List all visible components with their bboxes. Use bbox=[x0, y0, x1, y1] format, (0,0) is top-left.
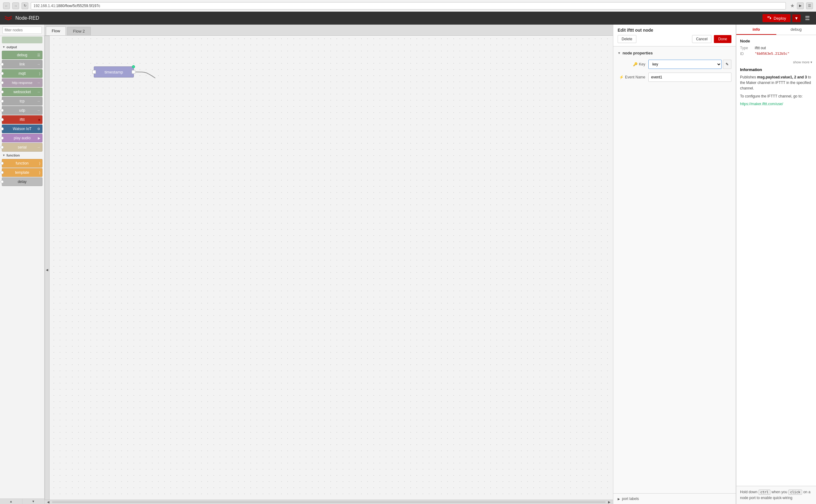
port-left-ifttt bbox=[1, 118, 4, 121]
sidebar-category-output[interactable]: ▼ output bbox=[0, 44, 44, 50]
svg-rect-0 bbox=[767, 16, 770, 17]
sidebar-node-udp[interactable]: udp → bbox=[2, 106, 42, 115]
canvas-port-left-timestamp[interactable] bbox=[92, 70, 96, 74]
info-ifttt-link[interactable]: https://maker.ifttt.com/use/ bbox=[740, 102, 783, 106]
node-label-mqtt: mqtt bbox=[18, 71, 26, 76]
audio-icon: ▶ bbox=[38, 136, 40, 140]
nodered-logo-icon bbox=[4, 15, 13, 21]
port-left-udp bbox=[1, 109, 4, 112]
section-arrow-properties: ▼ bbox=[618, 51, 621, 55]
canvas-node-timestamp-label: timestamp bbox=[105, 70, 123, 74]
sidebar-category-function[interactable]: ▼ function bbox=[0, 152, 44, 158]
sidebar-node-play-audio[interactable]: play audio ▶ bbox=[2, 134, 42, 142]
key-label-icon: 🔑 bbox=[633, 62, 638, 66]
ctrl-kbd: ctrl bbox=[758, 490, 770, 495]
app-header: Node-RED Deploy ▼ ☰ bbox=[0, 12, 816, 25]
node-label-link: link bbox=[19, 62, 25, 66]
main-menu-button[interactable]: ☰ bbox=[802, 14, 812, 23]
sidebar-scroll-down[interactable]: ▼ bbox=[22, 499, 45, 504]
link-icon: → bbox=[37, 62, 40, 66]
cancel-button[interactable]: Cancel bbox=[692, 35, 711, 43]
sidebar-node-mqtt[interactable]: mqtt ) bbox=[2, 69, 42, 78]
udp-icon: → bbox=[37, 109, 40, 112]
tab-info[interactable]: info bbox=[736, 25, 776, 35]
node-label-play-audio: play audio bbox=[14, 136, 31, 140]
canvas-node-timestamp[interactable]: timestamp bbox=[94, 66, 134, 77]
show-more-button[interactable]: show more ▾ bbox=[740, 60, 812, 64]
serial-icon: → bbox=[37, 145, 40, 149]
back-button[interactable]: ← bbox=[3, 2, 10, 9]
key-edit-button[interactable]: ✎ bbox=[723, 60, 731, 69]
info-node-title: Node bbox=[740, 39, 812, 43]
deploy-icon bbox=[767, 16, 772, 21]
sidebar-node-watson-iot[interactable]: Watson IoT ⚙ bbox=[2, 125, 42, 133]
node-label-serial: serial bbox=[18, 145, 27, 149]
port-labels-label: port labels bbox=[622, 497, 639, 501]
port-left-function bbox=[1, 162, 4, 165]
sidebar-scroll-arrows: ▲ ▼ bbox=[0, 498, 44, 504]
canvas-port-right-timestamp[interactable] bbox=[132, 70, 135, 74]
sidebar-node-tcp[interactable]: tcp → bbox=[2, 97, 42, 105]
address-bar[interactable]: 192.168.1.41 :1880 /flow/5cf55259.5f197c bbox=[31, 2, 786, 10]
port-left-template bbox=[1, 171, 4, 174]
lightning-icon: ⚡ bbox=[619, 75, 624, 79]
info-panel: info debug Node Type ifttt out ID "6b056… bbox=[736, 25, 816, 504]
forward-button[interactable]: → bbox=[12, 2, 19, 9]
debug-icon: ☰ bbox=[37, 53, 40, 57]
info-description: Publishes msg.payload.value1, 2 and 3 to… bbox=[740, 74, 812, 91]
bookmark-icon[interactable]: ★ bbox=[790, 3, 794, 9]
delete-button[interactable]: Delete bbox=[618, 35, 636, 43]
sidebar-node-serial[interactable]: serial → bbox=[2, 143, 42, 152]
deploy-button[interactable]: Deploy bbox=[762, 14, 790, 22]
event-name-label: ⚡ Event Name bbox=[618, 75, 645, 79]
flow-canvas[interactable]: timestamp ◀ ◀ ▶ bbox=[45, 36, 613, 504]
info-footer: Hold down ctrl when you click on a node … bbox=[736, 486, 816, 504]
node-label-template: template bbox=[15, 170, 29, 175]
canvas-scroll-bottom[interactable]: ◀ ▶ bbox=[45, 500, 613, 504]
port-left-delay bbox=[1, 180, 4, 183]
node-label-ifttt: ifttt bbox=[20, 117, 25, 122]
footer-hold-text: Hold down bbox=[740, 490, 758, 494]
sidebar-scroll: ▼ output debug ☰ link → mqtt ) http resp… bbox=[0, 36, 44, 498]
node-label-debug: debug bbox=[17, 53, 27, 57]
ifttt-icon: ■ bbox=[38, 118, 40, 121]
event-name-input[interactable] bbox=[648, 73, 731, 82]
sidebar-node-ifttt[interactable]: ifttt ■ bbox=[2, 115, 42, 124]
sidebar-node-delay[interactable]: delay bbox=[2, 177, 42, 186]
port-left-ws bbox=[1, 90, 4, 93]
port-labels-row[interactable]: ▶ port labels bbox=[618, 497, 731, 501]
sidebar-node-partial[interactable] bbox=[2, 37, 42, 43]
sidebar-node-websocket[interactable]: websocket → bbox=[2, 88, 42, 96]
tab-flow-1[interactable]: Flow bbox=[46, 26, 66, 35]
canvas-scroll-left[interactable]: ◀ bbox=[45, 36, 50, 504]
sidebar: ▼ output debug ☰ link → mqtt ) http resp… bbox=[0, 25, 45, 504]
done-button[interactable]: Done bbox=[714, 35, 731, 43]
main-layout: ▼ output debug ☰ link → mqtt ) http resp… bbox=[0, 25, 816, 504]
sidebar-node-template[interactable]: template } bbox=[2, 168, 42, 177]
search-input[interactable] bbox=[2, 26, 42, 34]
info-type-value: ifttt out bbox=[755, 46, 766, 50]
menu-button[interactable]: ☰ bbox=[806, 2, 813, 9]
key-label: 🔑 Key bbox=[618, 62, 645, 66]
sidebar-node-function[interactable]: function } bbox=[2, 159, 42, 168]
deploy-dropdown-button[interactable]: ▼ bbox=[792, 14, 801, 22]
tab-flow-2[interactable]: Flow 2 bbox=[67, 27, 90, 35]
flow-tabs: Flow Flow 2 bbox=[45, 25, 613, 36]
url-protocol: 192.168.1.41 bbox=[34, 4, 55, 8]
info-body: Node Type ifttt out ID "6b0563e5.212b5c"… bbox=[736, 35, 816, 486]
port-left-link bbox=[1, 63, 4, 66]
tab-debug[interactable]: debug bbox=[776, 25, 816, 35]
info-information-title: Information bbox=[740, 67, 812, 72]
sidebar-scroll-up[interactable]: ▲ bbox=[0, 499, 22, 504]
canvas-node-timestamp-dot bbox=[132, 65, 135, 68]
sidebar-node-link[interactable]: link → bbox=[2, 60, 42, 69]
reload-button[interactable]: ↻ bbox=[22, 2, 28, 9]
sidebar-node-http-response[interactable]: http response → bbox=[2, 78, 42, 87]
node-properties-section[interactable]: ▼ node properties bbox=[618, 51, 731, 55]
cast-button[interactable]: ▶ bbox=[797, 2, 804, 9]
info-id-row: ID "6b0563e5.212b5c" bbox=[740, 52, 812, 56]
key-select[interactable]: key bbox=[648, 60, 722, 69]
port-left-http bbox=[1, 81, 4, 84]
sidebar-node-debug[interactable]: debug ☰ bbox=[2, 51, 42, 59]
canvas-wire bbox=[45, 36, 613, 504]
